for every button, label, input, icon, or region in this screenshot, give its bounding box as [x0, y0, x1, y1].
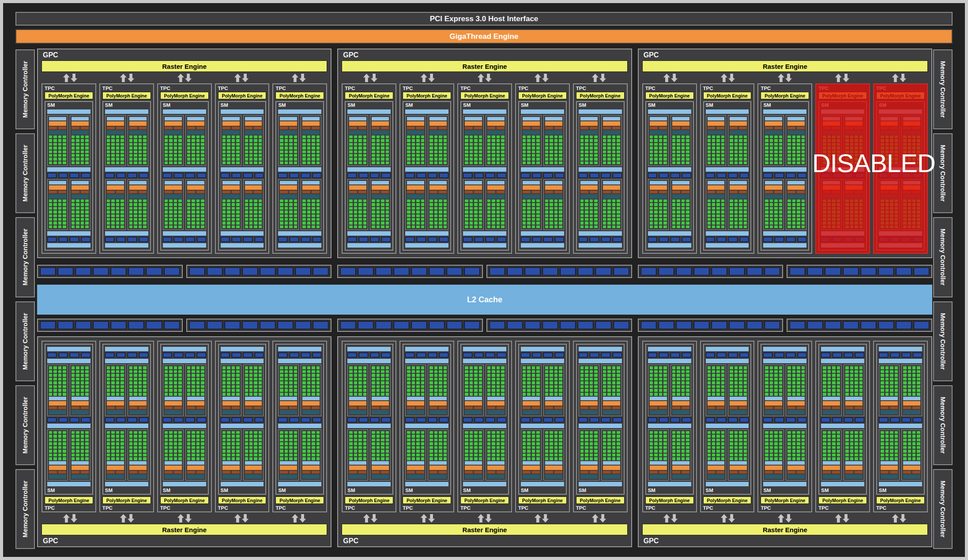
core-cell — [169, 393, 172, 396]
dispatch-units — [72, 406, 89, 409]
core-cell — [187, 199, 190, 202]
core-cell — [617, 450, 620, 453]
core-cell — [765, 457, 768, 460]
core-cell — [254, 214, 257, 217]
core-cell — [802, 218, 805, 221]
core-grid — [129, 366, 147, 396]
core-cell — [765, 207, 768, 210]
register-file-bar — [603, 410, 620, 414]
core-cell — [527, 385, 530, 388]
core-cell — [349, 374, 352, 377]
core-cell — [545, 214, 548, 217]
instruction-buffer-bar — [49, 461, 66, 465]
core-cell — [823, 431, 826, 434]
core-cell — [134, 435, 137, 438]
core-cell — [232, 378, 235, 381]
core-cell — [532, 203, 535, 206]
core-cell — [663, 457, 667, 460]
core-cell — [545, 381, 548, 384]
core-cell — [730, 199, 733, 202]
instruction-buffer-bar — [280, 397, 297, 400]
register-file-bar — [187, 130, 204, 135]
core-cell — [245, 158, 248, 160]
core-cell — [192, 439, 195, 442]
core-cell — [289, 442, 292, 445]
up-down-arrows-icon — [642, 72, 699, 83]
core-cell — [845, 139, 848, 142]
ldst-unit — [521, 237, 530, 242]
core-cell — [559, 435, 562, 438]
core-cell — [487, 158, 490, 160]
core-cell — [659, 158, 662, 160]
core-cell — [559, 214, 562, 217]
core-cell — [85, 366, 88, 369]
core-cell — [386, 210, 389, 213]
dispatch-unit-bar — [358, 127, 366, 129]
core-cell — [85, 439, 88, 442]
core-cell — [165, 450, 168, 453]
crossbar-segment — [207, 267, 222, 275]
sm-label: SM — [45, 487, 92, 494]
core-cell — [470, 393, 473, 396]
core-cell — [386, 370, 389, 373]
core-cell — [81, 158, 84, 160]
tpc-label: TPC — [574, 84, 627, 92]
core-cell — [377, 370, 380, 373]
core-grid — [650, 431, 667, 461]
core-cell — [302, 381, 305, 384]
core-cell — [682, 214, 685, 217]
core-grid — [580, 431, 598, 461]
core-cell — [81, 457, 84, 460]
core-cell — [617, 439, 620, 442]
ldst-unit — [913, 237, 922, 242]
core-cell — [386, 214, 389, 217]
core-cell — [594, 393, 597, 396]
core-cell — [178, 439, 181, 442]
core-cell — [654, 431, 657, 434]
core-cell — [770, 139, 773, 142]
dispatch-units — [708, 191, 725, 193]
core-cell — [612, 203, 615, 206]
core-cell — [912, 457, 915, 460]
core-cell — [559, 199, 562, 202]
core-cell — [845, 207, 848, 210]
core-cell — [222, 158, 226, 160]
dispatch-unit-bar — [716, 127, 724, 129]
dispatch-unit-bar — [730, 191, 738, 193]
dispatch-unit-bar — [372, 127, 380, 129]
core-cell — [617, 393, 620, 396]
core-cell — [779, 207, 782, 210]
ldst-unit — [117, 417, 126, 422]
core-cell — [686, 393, 689, 396]
core-cell — [76, 454, 79, 457]
core-cell — [594, 147, 597, 149]
ldst-unit-row — [821, 237, 864, 242]
warp-scheduler-bar — [372, 401, 389, 406]
core-cell — [165, 199, 168, 202]
core-cell — [412, 442, 415, 445]
core-cell — [716, 393, 719, 396]
core-cell — [107, 442, 110, 445]
dispatch-units — [672, 471, 689, 474]
core-cell — [116, 222, 119, 224]
core-cell — [178, 226, 181, 228]
core-cell — [178, 446, 181, 449]
ldst-unit — [381, 237, 391, 242]
core-cell — [143, 147, 146, 149]
core-grid — [107, 366, 124, 396]
core-cell — [527, 378, 530, 381]
core-cell — [289, 450, 292, 453]
cache-bar — [463, 482, 506, 486]
core-cell — [421, 457, 424, 460]
core-cell — [677, 154, 680, 157]
core-cell — [280, 158, 283, 160]
core-cell — [116, 135, 119, 138]
crossbar-segment — [225, 267, 240, 275]
core-cell — [363, 135, 366, 138]
dispatch-units — [245, 191, 262, 193]
core-cell — [712, 199, 715, 202]
core-cell — [174, 222, 177, 224]
core-cell — [682, 454, 685, 457]
core-cell — [121, 389, 124, 392]
core-cell — [881, 374, 884, 377]
